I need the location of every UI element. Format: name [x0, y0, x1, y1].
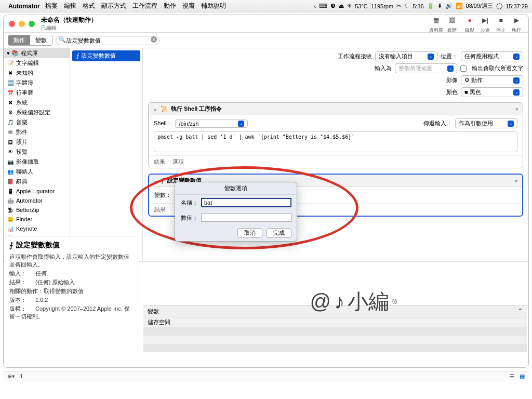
remove-action[interactable]: × — [515, 106, 518, 112]
menu-format[interactable]: 格式 — [83, 2, 95, 10]
run-button[interactable]: ▶ — [510, 15, 523, 27]
options-tab[interactable]: 選項 — [172, 158, 184, 166]
app-icon: 👥 — [7, 168, 14, 176]
app-name[interactable]: Automator — [8, 3, 40, 10]
sidebar-item[interactable]: 📝文字編輯 — [4, 58, 70, 68]
num-icon[interactable]: ❸ — [330, 3, 336, 9]
sidebar-item[interactable]: 🔤字體簿 — [4, 78, 70, 88]
media-button[interactable]: 🖼 — [445, 15, 459, 27]
sidebar-item[interactable]: ⚙系統偏好設定 — [4, 108, 70, 117]
sidebar-item[interactable]: 📷影像擷取 — [4, 157, 70, 167]
results-tab[interactable]: 結果 — [154, 158, 165, 166]
app-icon: 🗜 — [7, 206, 14, 214]
disclosure-icon[interactable]: ⌄ — [153, 177, 158, 184]
library-column: ⨍ 設定變數數值 — [70, 48, 143, 261]
variables-panel[interactable]: 變數⌃ 儲存空間 — [143, 305, 527, 381]
variable-name-field[interactable] — [201, 198, 291, 207]
menu-help[interactable]: 輔助說明 — [201, 2, 226, 10]
step-button[interactable]: ▶| — [478, 15, 492, 27]
scissors-icon[interactable]: ✂ — [396, 3, 401, 9]
receives-select[interactable]: 沒有輸入項目⌄ — [375, 51, 437, 61]
info-icon[interactable]: ℹ — [20, 373, 22, 380]
add-button[interactable]: ⊕▾ — [7, 373, 15, 380]
variable-value-field[interactable] — [201, 214, 291, 222]
location-select[interactable]: 任何應用程式⌄ — [461, 51, 523, 61]
search-icon: 🔍 — [59, 36, 66, 43]
zoom-window[interactable] — [29, 21, 35, 27]
app-icon: 🙂 — [7, 216, 14, 223]
sidebar-item[interactable]: 📅行事曆 — [4, 88, 70, 98]
image-select[interactable]: ⚙ 動作⌄ — [461, 75, 523, 85]
library-sidebar[interactable]: ▾ 📚程式庫 📝文字編輯✖未知的🔤字體簿📅行事曆✖系統⚙系統偏好設定🎵音樂✉郵件… — [4, 48, 70, 261]
fan-icon: ✳ — [347, 3, 352, 9]
sidebar-root[interactable]: ▾ 📚程式庫 — [4, 48, 70, 58]
sidebar-item[interactable]: 🤖Automator — [4, 196, 70, 205]
seg-actions[interactable]: 動作 — [8, 35, 30, 45]
clear-search[interactable]: × — [151, 36, 157, 43]
clock-small: 5:36 — [413, 3, 423, 9]
sidebar-item[interactable]: 🙂Finder — [4, 215, 70, 224]
sidebar-item[interactable]: 📕辭典 — [4, 177, 70, 187]
back-icon[interactable]: ‹ — [314, 3, 316, 9]
window-title: 未命名（快速動作） — [41, 16, 97, 24]
menu-file[interactable]: 檔案 — [45, 2, 58, 10]
pass-input-select[interactable]: 作為引數使用⌄ — [455, 118, 517, 128]
seg-variables[interactable]: 變數 — [30, 35, 52, 45]
sidebar-item[interactable]: 📊Keynote — [4, 224, 70, 233]
library-entry-set-variable[interactable]: ⨍ 設定變數數值 — [72, 50, 140, 61]
app-icon: 📊 — [7, 225, 14, 232]
replace-checkbox[interactable] — [460, 65, 467, 72]
sidebar-item[interactable]: ✉郵件 — [4, 127, 70, 137]
sidebar-item[interactable]: 👥聯絡人 — [4, 167, 70, 177]
dnd-icon[interactable]: ☾ — [404, 3, 409, 9]
sidebar-item[interactable]: ✖系統 — [4, 98, 70, 108]
collapse-icon[interactable]: ⌃ — [518, 308, 523, 315]
volume-icon[interactable]: 🔊 — [445, 3, 453, 9]
keyboard-icon[interactable]: ⌨ — [319, 3, 327, 9]
sidebar-item[interactable]: 🎵音樂 — [4, 117, 70, 127]
list-view-icon[interactable]: ☰ — [509, 373, 514, 380]
library-segmented[interactable]: 動作 變數 — [8, 35, 52, 46]
app-icon: 📱 — [7, 188, 14, 195]
record-button[interactable]: ● — [463, 15, 476, 27]
sidebar-item[interactable]: 👁預覽 — [4, 147, 70, 157]
snail-icon: @ — [310, 290, 331, 313]
sidebar-item[interactable]: 🖼照片 — [4, 137, 70, 147]
action-info-panel: ⨍設定變數數值 這項動作會取得輸入，設定輸入的指定變數數值並傳回輸入。 輸入：任… — [5, 236, 138, 304]
cancel-button[interactable]: 取消 — [237, 228, 262, 238]
results-tab[interactable]: 結果 — [154, 206, 166, 214]
minimize-window[interactable] — [19, 21, 25, 27]
done-button[interactable]: 完成 — [267, 228, 291, 238]
variable-row[interactable]: 儲存空間 — [143, 317, 527, 327]
variable-options-dialog: 變數選項 名稱： 數值： 取消 完成 — [175, 182, 297, 242]
sidebar-item[interactable]: ✖未知的 — [4, 68, 70, 78]
remove-action[interactable]: × — [515, 178, 518, 184]
flow-view-icon[interactable]: ▦ — [520, 373, 525, 380]
menu-view[interactable]: 顯示方式 — [101, 2, 126, 10]
dl-icon[interactable]: ⬇ — [437, 3, 442, 9]
sidebar-item[interactable]: 📱Apple…gurator — [4, 187, 70, 196]
library-toggle[interactable]: ▦ — [429, 15, 443, 27]
dialog-title: 變數選項 — [175, 182, 297, 195]
close-window[interactable] — [9, 21, 15, 27]
action-run-shell[interactable]: ⌄ 📜 執行 Shell 工序指令 × Shell： /bin/zsh⌄ 傳遞輸… — [148, 102, 523, 168]
wifi-icon[interactable]: 📶 — [456, 3, 463, 9]
menu-action[interactable]: 動作 — [164, 2, 176, 10]
menu-window[interactable]: 視窗 — [182, 2, 195, 10]
fan-text: 1195rpm — [371, 3, 393, 9]
sidebar-item[interactable]: 🗜BetterZip — [4, 205, 70, 215]
eject-icon[interactable]: ⏏ — [339, 3, 344, 9]
menu-workflow[interactable]: 工作流程 — [132, 2, 157, 10]
app-icon: 🤖 — [7, 197, 14, 204]
shell-code[interactable]: pmset -g batt | sed '1 d' | awk '{print … — [154, 131, 517, 152]
search-field[interactable]: 🔍 × — [56, 35, 159, 46]
variable-icon: ⨍ — [9, 241, 13, 249]
stop-button[interactable]: ■ — [494, 15, 508, 27]
shell-select[interactable]: /bin/zsh⌄ — [175, 119, 248, 128]
menu-edit[interactable]: 編輯 — [64, 2, 76, 10]
input-select[interactable]: 整個所選範圍⌄ — [395, 63, 457, 73]
search-input[interactable] — [56, 36, 159, 45]
disclosure-icon[interactable]: ⌄ — [153, 105, 157, 112]
color-select[interactable]: ■ 黑色⌄ — [461, 87, 523, 97]
siri-icon[interactable]: ◯ — [496, 3, 502, 9]
